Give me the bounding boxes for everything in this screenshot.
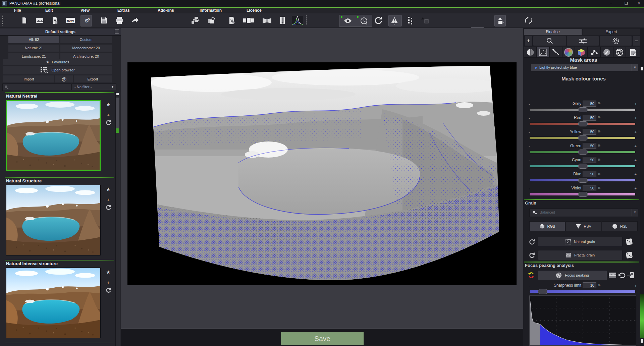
- slider-value-input[interactable]: 50: [583, 157, 596, 163]
- focus-peaking-button[interactable]: Focus peaking: [538, 270, 607, 280]
- category-natural[interactable]: Natural: 21: [8, 45, 59, 52]
- mode-hsl-button[interactable]: HSL: [602, 221, 638, 231]
- category-custom[interactable]: Custom: [60, 36, 112, 43]
- adjustments-button[interactable]: [567, 36, 599, 46]
- perspective-correction-button[interactable]: [277, 15, 288, 26]
- undo-arrow-icon[interactable]: [618, 271, 626, 279]
- add-plus-icon[interactable]: +: [105, 112, 112, 119]
- fractal-grain-dice-icon[interactable]: [625, 251, 633, 259]
- print-button[interactable]: [114, 15, 125, 26]
- fit-view-button[interactable]: [494, 15, 506, 26]
- scrollbar-top-button[interactable]: [116, 93, 119, 95]
- realtime-calc-button[interactable]: [356, 15, 372, 26]
- share-export-button[interactable]: [129, 15, 140, 26]
- refresh-arrows-icon[interactable]: [105, 119, 112, 127]
- menu-information[interactable]: Information: [200, 8, 222, 13]
- slider-value-input[interactable]: 50: [583, 185, 596, 191]
- project-document-button[interactable]: [50, 15, 60, 26]
- retouch-brush-icon[interactable]: [549, 47, 562, 58]
- slider-minus[interactable]: -: [529, 284, 530, 288]
- preview-eye-button[interactable]: [340, 15, 356, 26]
- remove-button[interactable]: −: [632, 36, 640, 46]
- favourite-star-icon[interactable]: ★: [105, 102, 112, 109]
- open-image-button[interactable]: [34, 15, 45, 26]
- slider-plus[interactable]: +: [635, 102, 637, 106]
- panorama-frames-button[interactable]: [242, 15, 255, 26]
- scrollbar-thumb-green[interactable]: [640, 294, 644, 338]
- menu-addons[interactable]: Add-ons: [158, 8, 174, 13]
- detach-panel-icon[interactable]: [115, 30, 119, 34]
- preset-thumbnail-natural-neutral[interactable]: [6, 100, 101, 171]
- colour-wheel-icon[interactable]: [562, 47, 575, 58]
- category-monochrome[interactable]: Monochrome: 20: [60, 45, 112, 52]
- refresh-arrows-icon[interactable]: [105, 204, 112, 212]
- slider-handle[interactable]: [578, 135, 588, 140]
- slider-plus[interactable]: +: [635, 172, 637, 176]
- report-document-icon[interactable]: [626, 47, 640, 58]
- slider-track-yellow[interactable]: [529, 136, 636, 139]
- chevron-down-icon[interactable]: ▼: [632, 64, 638, 71]
- rotate-images-button[interactable]: [206, 15, 217, 26]
- slider-track-violet[interactable]: [529, 193, 636, 196]
- add-plus-icon[interactable]: +: [105, 280, 112, 287]
- sharpness-slider-handle[interactable]: [538, 289, 547, 294]
- favourites-button[interactable]: ★ Favourites: [3, 59, 112, 65]
- export-button[interactable]: Export: [74, 75, 112, 82]
- slider-plus[interactable]: +: [635, 130, 637, 134]
- menu-edit[interactable]: Edit: [45, 8, 53, 13]
- favourite-star-icon[interactable]: ★: [105, 186, 112, 194]
- slider-minus[interactable]: -: [529, 130, 530, 134]
- raw-import-button[interactable]: RAW: [65, 15, 76, 26]
- menu-file[interactable]: File: [14, 8, 21, 13]
- chevron-down-icon[interactable]: ▼: [632, 209, 638, 216]
- favourite-star-icon[interactable]: ★: [105, 269, 112, 277]
- add-plus-icon[interactable]: +: [105, 197, 112, 204]
- slider-minus[interactable]: -: [529, 172, 530, 176]
- panorama-stitch-button[interactable]: [262, 15, 272, 26]
- settings-gears-button[interactable]: ⚙⚙: [80, 15, 92, 26]
- maximize-button[interactable]: ❐: [619, 0, 634, 7]
- fractal-grain-button[interactable]: Fractal grain: [538, 250, 623, 260]
- refresh-arrows-icon[interactable]: [105, 287, 112, 294]
- slider-minus[interactable]: -: [529, 102, 530, 106]
- scrollbar-bottom-button[interactable]: [641, 339, 643, 343]
- slider-value-input[interactable]: 50: [583, 129, 596, 135]
- slider-handle[interactable]: [578, 107, 588, 112]
- save-button-toolbar[interactable]: [99, 15, 109, 26]
- slider-value-input[interactable]: 50: [583, 101, 596, 107]
- tab-expert[interactable]: Expert: [583, 29, 640, 35]
- natural-grain-button[interactable]: Natural grain: [538, 237, 623, 247]
- preset-thumbnail-natural-intense-structure[interactable]: [6, 268, 101, 338]
- tools-panel-scrollbar[interactable]: [640, 28, 644, 346]
- aperture-icon[interactable]: [613, 47, 626, 58]
- toolbar-gripper[interactable]: [2, 15, 3, 26]
- category-all[interactable]: All: 82: [8, 36, 59, 43]
- search-button[interactable]: [533, 36, 566, 46]
- slider-minus[interactable]: -: [529, 186, 530, 190]
- slider-plus[interactable]: +: [635, 116, 637, 120]
- preset-search-input[interactable]: [2, 83, 71, 91]
- tab-finalise[interactable]: Finalise: [524, 29, 582, 35]
- grain-icon[interactable]: [537, 47, 549, 58]
- sharpness-slider-track[interactable]: [529, 290, 636, 293]
- refresh-button[interactable]: [373, 15, 384, 26]
- close-button[interactable]: ✕: [634, 0, 644, 7]
- mask-areas-select[interactable]: Lightly protect sky blue ▼: [531, 64, 638, 72]
- histogram-curve-button[interactable]: [291, 15, 304, 26]
- mirror-flip-button[interactable]: [388, 15, 402, 26]
- slider-handle[interactable]: [578, 150, 588, 155]
- import-button[interactable]: Import: [3, 75, 54, 82]
- slider-value-input[interactable]: 50: [583, 171, 596, 177]
- layout-dots-button[interactable]: [405, 15, 416, 26]
- export-result-icon[interactable]: [627, 271, 635, 279]
- rotate-view-button[interactable]: [523, 15, 534, 26]
- new-project-button[interactable]: [19, 15, 30, 26]
- auto-refresh-colour-icon[interactable]: [527, 271, 535, 279]
- slider-track-grey[interactable]: [529, 108, 636, 111]
- email-share-button[interactable]: @: [55, 75, 73, 82]
- compare-view-button[interactable]: [419, 15, 430, 26]
- batch-workflow-button[interactable]: [191, 15, 201, 26]
- refresh-natural-grain-icon[interactable]: [528, 238, 536, 246]
- menu-extras[interactable]: Extras: [117, 8, 130, 13]
- slider-handle[interactable]: [578, 178, 588, 183]
